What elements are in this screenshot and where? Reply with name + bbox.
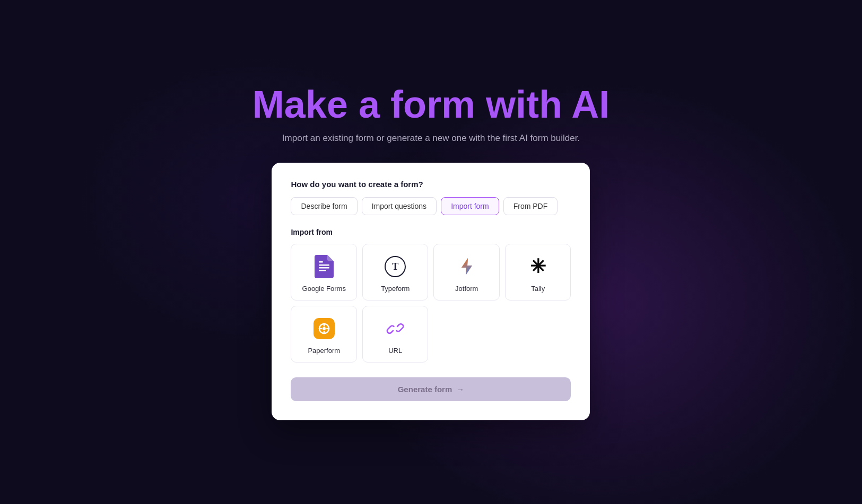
google-forms-icon <box>312 255 336 278</box>
page-content: Make a form with AI Import an existing f… <box>252 84 610 420</box>
import-paperform[interactable]: Paperform <box>291 306 357 362</box>
tab-import-questions[interactable]: Import questions <box>362 197 437 215</box>
import-jotform[interactable]: Jotform <box>433 244 500 300</box>
import-google-forms[interactable]: Google Forms <box>291 244 357 300</box>
tally-label: Tally <box>531 285 545 293</box>
url-icon <box>384 317 407 340</box>
import-section-label: Import from <box>291 228 571 236</box>
import-typeform[interactable]: T Typeform <box>362 244 429 300</box>
svg-rect-1 <box>319 267 329 269</box>
hero-title-text: Make a form <box>252 83 486 126</box>
import-grid-row1: Google Forms T Typeform <box>291 244 571 300</box>
typeform-circle: T <box>385 256 406 277</box>
google-forms-label: Google Forms <box>302 285 346 293</box>
svg-rect-0 <box>319 264 329 266</box>
svg-point-5 <box>323 327 326 330</box>
jotform-label: Jotform <box>455 285 478 293</box>
svg-rect-3 <box>319 261 323 263</box>
generate-form-arrow: → <box>456 385 464 394</box>
tab-from-pdf[interactable]: From PDF <box>503 197 558 215</box>
card-question: How do you want to create a form? <box>291 180 571 189</box>
generate-form-button[interactable]: Generate form → <box>291 377 571 401</box>
typeform-icon: T <box>384 255 407 278</box>
hero-title: Make a form with AI Import an existing f… <box>252 84 610 144</box>
svg-rect-2 <box>319 270 326 271</box>
tally-icon: ✳ <box>526 255 550 278</box>
card: How do you want to create a form? Descri… <box>272 163 590 420</box>
paperform-icon <box>312 317 336 340</box>
typeform-label: Typeform <box>381 285 410 293</box>
tab-import-form[interactable]: Import form <box>441 197 499 215</box>
tab-row: Describe form Import questions Import fo… <box>291 197 571 215</box>
import-grid-row2: Paperform URL <box>291 306 571 362</box>
import-tally[interactable]: ✳ Tally <box>505 244 571 300</box>
import-url[interactable]: URL <box>362 306 429 362</box>
paperform-label: Paperform <box>308 347 340 355</box>
url-label: URL <box>388 347 402 355</box>
tab-describe[interactable]: Describe form <box>291 197 357 215</box>
hero-subtitle: Import an existing form or generate a ne… <box>252 133 610 144</box>
generate-form-label: Generate form <box>398 385 452 394</box>
jotform-icon <box>455 255 478 278</box>
hero-title-ai: with AI <box>486 83 610 126</box>
